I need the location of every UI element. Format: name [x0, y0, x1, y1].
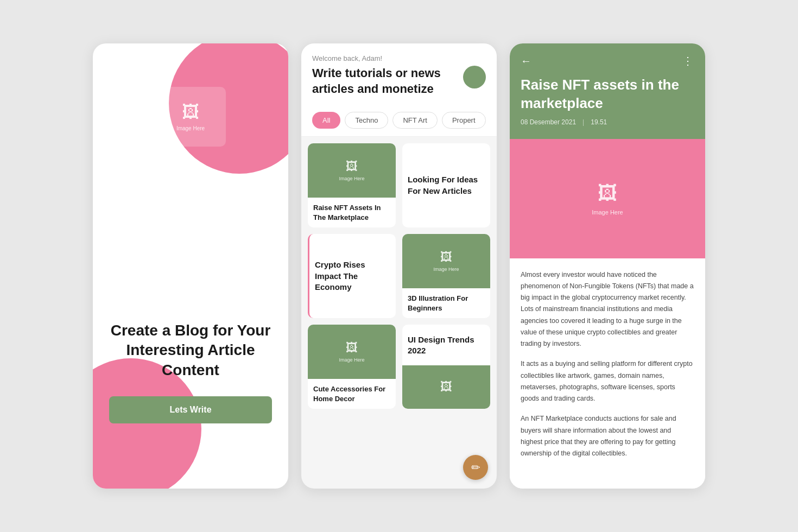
article-img-icon-acc: 🖼: [346, 341, 358, 355]
phone3-article-title: Raise NFT assets in the marketplace: [521, 76, 694, 113]
fab-button[interactable]: ✏: [463, 455, 488, 480]
article-card-crypto[interactable]: Crypto Rises Impact The Economy: [308, 234, 396, 318]
back-button[interactable]: ←: [521, 55, 531, 67]
article-title-ideas: Looking For Ideas For New Articles: [408, 174, 485, 197]
article-card-ideas[interactable]: Looking For Ideas For New Articles: [402, 143, 490, 227]
tab-techno[interactable]: Techno: [345, 112, 388, 129]
phone3-body: 🖼 Image Here Almost every investor would…: [510, 139, 705, 489]
phone3-header: ← ⋮ Raise NFT assets in the marketplace …: [510, 43, 705, 139]
article-img-icon-3d: 🖼: [440, 250, 452, 264]
article-title-nft: Raise NFT Assets In The Marketplace: [313, 203, 390, 222]
article-img-label-3d: Image Here: [433, 267, 459, 272]
image-label: Image Here: [176, 125, 205, 131]
article-date: 08 Desember 2021: [521, 118, 576, 126]
article-title-accessories: Cute Accessories For Home Decor: [313, 384, 390, 403]
more-options-button[interactable]: ⋮: [682, 54, 694, 67]
phone1-hero-image: 🖼 Image Here: [155, 87, 226, 147]
article-title-crypto: Crypto Rises Impact The Economy: [315, 259, 390, 293]
article-img-accessories: 🖼 Image Here: [308, 325, 396, 379]
article-img-label-acc: Image Here: [339, 357, 364, 363]
phone2-header: Welcome back, Adam! Write tutorials or n…: [301, 43, 497, 104]
article-img-nft: 🖼 Image Here: [308, 143, 396, 198]
article-body-nft: Raise NFT Assets In The Marketplace: [308, 198, 396, 227]
phone2-main-title: Write tutorials or news articles and mon…: [312, 66, 457, 97]
hero-image-label: Image Here: [592, 209, 623, 216]
tab-all[interactable]: All: [312, 112, 340, 129]
article-paragraph-2: It acts as a buying and selling platform…: [521, 358, 694, 404]
hero-image-icon: 🖼: [598, 182, 617, 205]
article-paragraph-3: An NFT Marketplace conducts auctions for…: [521, 413, 694, 459]
article-card-nft[interactable]: 🖼 Image Here Raise NFT Assets In The Mar…: [308, 143, 396, 227]
phone-2: Welcome back, Adam! Write tutorials or n…: [301, 43, 497, 489]
phone1-text-area: Create a Blog for Your Interesting Artic…: [93, 321, 288, 423]
tabs-row: All Techno NFT Art Propert: [301, 104, 497, 137]
image-icon: 🖼: [182, 102, 199, 122]
article-card-ui[interactable]: UI Design Trends 2022 🖼: [402, 325, 490, 409]
phone3-meta: 08 Desember 2021 | 19.51: [521, 118, 694, 126]
article-card-3d[interactable]: 🖼 Image Here 3D Illustration For Beginne…: [402, 234, 490, 318]
article-title-3d: 3D Illustration For Beginners: [408, 294, 485, 313]
article-img-icon: 🖼: [346, 160, 358, 174]
user-avatar[interactable]: [463, 66, 486, 88]
article-body-crypto: Crypto Rises Impact The Economy: [309, 254, 396, 298]
article-body-accessories: Cute Accessories For Home Decor: [308, 379, 396, 409]
article-body-ideas: Looking For Ideas For New Articles: [402, 169, 490, 202]
meta-separator: |: [582, 118, 584, 126]
phone-1: 🖼 Image Here Create a Blog for Your Inte…: [93, 43, 288, 489]
app-container: 🖼 Image Here Create a Blog for Your Inte…: [49, 11, 749, 521]
tab-property[interactable]: Propert: [442, 112, 486, 129]
article-body-ui: UI Design Trends 2022: [402, 325, 490, 365]
article-img-icon-ui: 🖼: [440, 380, 452, 394]
welcome-text: Welcome back, Adam!: [312, 54, 486, 62]
phone-3: ← ⋮ Raise NFT assets in the marketplace …: [510, 43, 705, 489]
article-img-label: Image Here: [339, 176, 364, 181]
article-hero-image: 🖼 Image Here: [510, 139, 705, 258]
phone3-topbar: ← ⋮: [521, 54, 694, 67]
article-img-3d: 🖼 Image Here: [402, 234, 490, 288]
tab-nft-art[interactable]: NFT Art: [392, 112, 438, 129]
article-body-3d: 3D Illustration For Beginners: [402, 288, 490, 318]
phone1-title: Create a Blog for Your Interesting Artic…: [109, 321, 272, 380]
articles-grid: 🖼 Image Here Raise NFT Assets In The Mar…: [305, 140, 493, 412]
article-title-ui: UI Design Trends 2022: [408, 334, 485, 357]
article-content: Almost every investor would have noticed…: [510, 258, 705, 479]
article-card-accessories[interactable]: 🖼 Image Here Cute Accessories For Home D…: [308, 325, 396, 409]
header-row: Write tutorials or news articles and mon…: [312, 66, 486, 97]
lets-write-button[interactable]: Lets Write: [109, 396, 272, 423]
article-time: 19.51: [591, 118, 607, 126]
article-paragraph-1: Almost every investor would have noticed…: [521, 269, 694, 350]
